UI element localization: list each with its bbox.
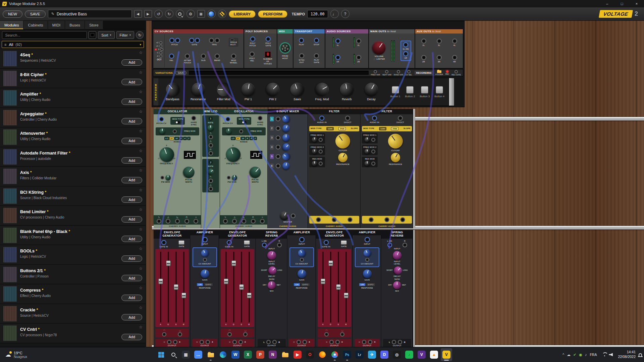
highpass-out-jack[interactable] — [347, 217, 353, 222]
left-input-jack[interactable] — [387, 243, 392, 247]
gate-button[interactable] — [244, 240, 250, 245]
favorite-star-icon[interactable]: ☆ — [139, 89, 143, 94]
add-module-button[interactable]: Add — [121, 99, 142, 105]
youtube-icon[interactable]: ▶ — [292, 348, 303, 361]
sine-out-jack[interactable] — [209, 179, 213, 183]
poly-pitch-jack[interactable] — [250, 37, 255, 42]
perform-knob-1[interactable] — [163, 80, 182, 99]
pw-mod-knob[interactable] — [232, 175, 237, 180]
oct-plus1-jack[interactable] — [159, 45, 162, 48]
resonance-knob[interactable] — [336, 151, 349, 164]
perform-button-2[interactable] — [406, 86, 414, 94]
zoom-button[interactable] — [176, 10, 184, 18]
range-8-button[interactable]: 8' — [179, 137, 183, 140]
waveform-display[interactable] — [250, 151, 262, 159]
add-module-button[interactable]: Add — [121, 275, 142, 281]
cv-sel-control[interactable]: CV SEL — [406, 70, 412, 76]
bandpass-out-jack[interactable] — [332, 217, 337, 222]
gate-in-jack[interactable] — [324, 240, 329, 245]
slider-handle[interactable] — [158, 279, 163, 284]
favorite-star-icon[interactable]: ☆ — [139, 168, 143, 173]
channel-level-knob[interactable] — [281, 142, 291, 152]
cutoff-knob[interactable] — [385, 131, 406, 151]
saw-out-jack[interactable] — [241, 219, 246, 224]
add-module-button[interactable]: Add — [121, 196, 142, 203]
perform-knob-7[interactable] — [313, 80, 331, 99]
aftertouch-jack[interactable] — [185, 54, 190, 59]
channel-level-knob[interactable] — [282, 134, 290, 141]
aux-3r-jack[interactable] — [437, 55, 442, 60]
chrome-icon[interactable] — [329, 348, 340, 361]
powerpoint-icon[interactable]: P — [255, 348, 266, 361]
perform-knob-9[interactable] — [362, 80, 381, 99]
favorite-star-icon[interactable]: ☆ — [139, 305, 143, 310]
positive-out-jack[interactable] — [335, 340, 340, 344]
env-out-jack[interactable] — [227, 332, 232, 337]
channel-input-jack[interactable] — [276, 117, 280, 121]
cutoff-knob[interactable] — [333, 131, 353, 151]
add-module-button[interactable]: Add — [121, 216, 142, 223]
triangle-out-jack[interactable] — [232, 219, 237, 224]
gate-button[interactable] — [341, 240, 347, 245]
onenote-icon[interactable]: N — [267, 348, 278, 361]
channel-input-jack[interactable] — [276, 164, 280, 168]
inverted-env-out-jack[interactable] — [340, 332, 344, 337]
master-knob[interactable] — [279, 210, 290, 222]
hard-sync-jack[interactable] — [191, 116, 196, 121]
theme-sphere-button[interactable] — [207, 10, 216, 18]
sine-out-jack[interactable] — [209, 135, 213, 139]
lowpass-out-jack[interactable] — [316, 217, 321, 222]
channel-input-jack[interactable] — [276, 145, 280, 149]
save-button[interactable]: SAVE — [25, 10, 46, 18]
prev-var-control[interactable]: PREV VAR — [371, 70, 380, 76]
triangle-out-jack[interactable] — [209, 187, 213, 191]
range-8-button[interactable]: 8' — [246, 137, 249, 140]
attack-slider[interactable] — [158, 252, 163, 322]
vel-jack[interactable] — [169, 54, 174, 59]
negative-out-jack[interactable] — [362, 340, 366, 344]
file-explorer-icon[interactable] — [205, 348, 216, 361]
resonance-knob[interactable] — [389, 151, 402, 164]
gain-knob[interactable] — [297, 268, 307, 279]
perform-button-3[interactable] — [421, 86, 428, 94]
negative-out-jack[interactable] — [167, 340, 171, 344]
refresh-button[interactable]: ↻ — [136, 31, 144, 39]
channel-level-knob[interactable] — [281, 124, 291, 133]
redo-button[interactable]: ↻ — [165, 10, 173, 18]
folder-button[interactable]: FOLDER — [435, 70, 443, 75]
trig-jack[interactable] — [215, 38, 220, 43]
perform-knob-2[interactable] — [190, 81, 207, 98]
aux-3l-jack[interactable] — [437, 39, 442, 44]
telegram-icon[interactable]: ✈ — [366, 348, 378, 361]
cv-amount-knob[interactable] — [362, 248, 372, 258]
square-out-jack[interactable] — [184, 219, 189, 224]
tab-buses[interactable]: Buses — [65, 21, 85, 29]
gain-knob[interactable] — [200, 268, 210, 279]
photoshop-icon[interactable]: Ps — [341, 348, 353, 361]
freq-mod-1-jack[interactable] — [319, 138, 323, 142]
midi-din-connector[interactable] — [279, 42, 291, 54]
opera-icon[interactable]: O — [304, 348, 316, 361]
oct-minus1-jack[interactable] — [159, 51, 162, 54]
aux-2l-jack[interactable] — [421, 39, 426, 44]
12db-button[interactable]: 12db — [379, 127, 386, 130]
gate-jack[interactable] — [189, 38, 194, 43]
audio-2l-jack[interactable] — [356, 39, 361, 44]
triangle-out-jack[interactable] — [166, 219, 170, 224]
perform-knob-6[interactable] — [289, 81, 306, 98]
noise-out-jack[interactable] — [260, 219, 265, 224]
right-input-jack[interactable] — [277, 243, 282, 247]
positive-out-jack[interactable] — [173, 340, 177, 344]
positive-out-jack[interactable] — [206, 340, 210, 344]
decay-knob[interactable] — [267, 265, 278, 276]
maximize-button[interactable]: □ — [614, 0, 629, 7]
list-item[interactable]: Compress● Effect | Cherry Audio ☆ Add — [0, 284, 146, 304]
decay-slider[interactable] — [231, 252, 236, 322]
range-selector[interactable]: LO 32' 16' 8' 4' 2' — [164, 137, 191, 140]
12db-button[interactable]: 12db — [326, 127, 333, 130]
range-16-button[interactable]: 16' — [174, 137, 179, 140]
list-item[interactable]: Arpeggiator● Controller | Cherry Audio ☆… — [0, 108, 146, 128]
24db-button[interactable]: 24db — [338, 127, 346, 130]
freq-mod-1-jack[interactable] — [371, 138, 375, 142]
notifications-icon[interactable] — [639, 353, 642, 356]
